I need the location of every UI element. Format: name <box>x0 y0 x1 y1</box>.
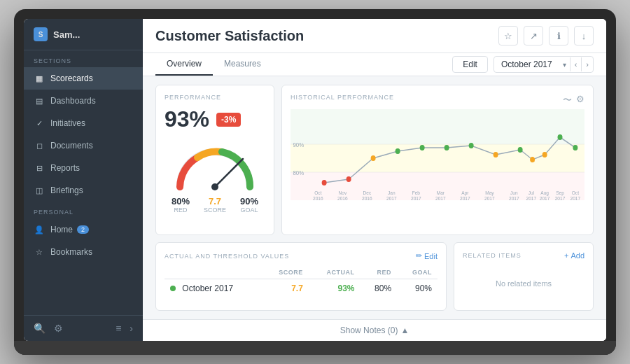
svg-point-18 <box>530 157 535 162</box>
footer-red-value: 80% <box>172 196 190 206</box>
share-button[interactable]: ↗ <box>524 26 543 46</box>
month-selector: October 2017 ▾ ‹ › <box>493 56 594 73</box>
download-button[interactable]: ↓ <box>574 26 594 46</box>
show-notes-button[interactable]: Show Notes (0) ▲ <box>340 326 410 335</box>
notes-footer: Show Notes (0) ▲ <box>143 319 606 341</box>
sidebar-item-home[interactable]: 👤 Home 2 <box>24 218 143 241</box>
gauge-chart <box>169 138 260 190</box>
svg-point-9 <box>322 180 327 186</box>
home-badge: 2 <box>77 225 89 234</box>
sections-label: SECTIONS <box>24 50 143 67</box>
related-panel-header: RELATED ITEMS + Add <box>463 251 584 260</box>
info-button[interactable]: ℹ <box>549 26 568 46</box>
footer-red: 80% RED <box>172 196 190 214</box>
svg-text:Jul: Jul <box>528 190 535 195</box>
scorecards-icon: ▦ <box>34 73 45 84</box>
sidebar-item-bookmarks[interactable]: ☆ Bookmarks <box>24 241 143 263</box>
settings-icon[interactable]: ⚙ <box>54 323 63 334</box>
tabs: Overview Measures <box>155 53 272 76</box>
chevron-right-icon[interactable]: › <box>130 323 133 334</box>
svg-text:2017: 2017 <box>460 196 470 200</box>
bookmarks-icon: ☆ <box>34 246 45 258</box>
tab-overview[interactable]: Overview <box>155 53 213 76</box>
dashboards-icon: ▤ <box>34 95 45 106</box>
related-section-label: RELATED ITEMS <box>463 252 522 259</box>
svg-text:2017: 2017 <box>411 196 421 200</box>
menu-icon[interactable]: ≡ <box>115 323 121 334</box>
laptop-frame: S Sam... SECTIONS ▦ Scorecards ▤ Dashboa… <box>14 9 616 355</box>
svg-point-12 <box>396 148 400 154</box>
sidebar-item-dashboards[interactable]: ▤ Dashboards <box>24 90 143 112</box>
col-header-goal: GOAL <box>397 266 438 279</box>
col-header-score: SCORE <box>262 266 308 279</box>
sidebar-item-reports[interactable]: ⊟ Reports <box>24 157 143 179</box>
app-name: Sam... <box>53 29 80 40</box>
svg-point-21 <box>573 145 578 150</box>
svg-line-0 <box>215 159 243 187</box>
footer-score-value: 7.7 <box>204 196 226 206</box>
pencil-icon: ✏ <box>416 251 422 260</box>
svg-text:Feb: Feb <box>412 190 420 195</box>
content-area: PERFORMANCE 93% -3% <box>143 76 606 319</box>
row-label: October 2017 <box>164 279 262 298</box>
svg-text:2017: 2017 <box>435 196 446 200</box>
edit-button[interactable]: Edit <box>452 56 488 73</box>
svg-rect-3 <box>290 144 584 172</box>
header: Customer Satisfaction ☆ ↗ ℹ ↓ <box>143 19 606 53</box>
svg-text:Oct: Oct <box>314 190 321 195</box>
row-red: 80% <box>360 279 397 298</box>
chart-settings-icon[interactable]: ⚙ <box>576 94 584 106</box>
related-add-button[interactable]: + Add <box>564 251 584 260</box>
table-header-row: SCORE ACTUAL RED GOAL <box>164 266 438 279</box>
performance-footer: 80% RED 7.7 SCORE 90% GOAL <box>164 196 265 214</box>
month-next-button[interactable]: › <box>581 57 593 71</box>
bottom-row: ACTUAL AND THRESHOLD VALUES ✏ Edit <box>155 242 594 311</box>
svg-text:2017: 2017 <box>484 196 495 200</box>
svg-point-13 <box>420 145 425 150</box>
footer-score-label: SCORE <box>204 206 226 214</box>
actual-values-table: SCORE ACTUAL RED GOAL <box>164 266 438 298</box>
gauge-container <box>164 138 265 190</box>
briefings-label: Briefings <box>50 186 83 195</box>
historical-label: HISTORICAL PERFORMANCE <box>290 94 394 101</box>
sidebar: S Sam... SECTIONS ▦ Scorecards ▤ Dashboa… <box>24 19 143 341</box>
svg-rect-2 <box>290 109 584 144</box>
actual-edit-button[interactable]: ✏ Edit <box>416 251 438 260</box>
sidebar-item-briefings[interactable]: ◫ Briefings <box>24 179 143 202</box>
briefings-icon: ◫ <box>34 185 45 196</box>
row-actual: 93% <box>309 279 360 298</box>
reports-icon: ⊟ <box>34 162 45 174</box>
svg-point-16 <box>493 152 498 158</box>
sidebar-item-scorecards[interactable]: ▦ Scorecards <box>24 67 143 90</box>
svg-point-1 <box>211 183 218 190</box>
reports-label: Reports <box>50 163 80 173</box>
svg-point-17 <box>518 147 523 153</box>
month-prev-button[interactable]: ‹ <box>570 57 582 71</box>
search-icon[interactable]: 🔍 <box>34 323 46 334</box>
svg-text:Nov: Nov <box>339 190 347 195</box>
performance-value-row: 93% -3% <box>164 106 265 132</box>
performance-number: 93% <box>164 106 209 132</box>
footer-goal-label: GOAL <box>240 206 258 214</box>
month-label: October 2017 <box>494 57 559 72</box>
tabs-bar: Overview Measures Edit October 2017 ▾ ‹ … <box>143 53 606 76</box>
tab-measures[interactable]: Measures <box>213 53 272 76</box>
historical-panel: HISTORICAL PERFORMANCE 〜 ⚙ <box>281 85 594 235</box>
initiatives-icon: ✓ <box>34 118 45 129</box>
laptop-screen: S Sam... SECTIONS ▦ Scorecards ▤ Dashboa… <box>24 19 606 341</box>
chart-toggle-icon[interactable]: 〜 <box>563 94 572 106</box>
star-button[interactable]: ☆ <box>498 26 518 46</box>
plus-icon: + <box>564 251 568 260</box>
documents-label: Documents <box>50 141 93 150</box>
sidebar-bottom: 🔍 ⚙ ≡ › <box>24 315 143 341</box>
svg-text:2017: 2017 <box>526 196 537 200</box>
sidebar-item-initiatives[interactable]: ✓ Initiatives <box>24 112 143 134</box>
sidebar-item-documents[interactable]: ◻ Documents <box>24 134 143 157</box>
personal-label: PERSONAL <box>24 202 143 218</box>
sidebar-bottom-icons: 🔍 ⚙ ≡ › <box>24 316 143 341</box>
scorecards-label: Scorecards <box>50 74 93 83</box>
svg-text:Mar: Mar <box>437 190 445 195</box>
svg-text:Jun: Jun <box>510 190 518 195</box>
no-related-text: No related items <box>463 265 584 302</box>
footer-red-label: RED <box>172 206 190 214</box>
